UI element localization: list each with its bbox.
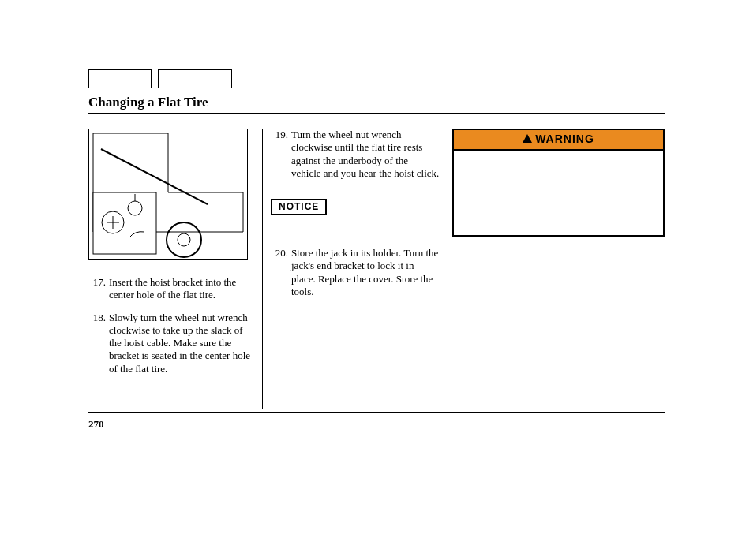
- header-box-1: [88, 69, 152, 88]
- steps-list-col2a: 19. Turn the wheel nut wrench clockwise …: [271, 129, 440, 180]
- step-number: 19.: [271, 129, 291, 180]
- step-number: 18.: [88, 312, 109, 375]
- svg-rect-4: [93, 192, 156, 254]
- manual-page: Changing a Flat Tire: [0, 0, 753, 560]
- column-2: 19. Turn the wheel nut wrench clockwise …: [262, 129, 440, 409]
- column-1: 17. Insert the hoist bracket into the ce…: [88, 129, 262, 409]
- illustration-svg: [89, 129, 247, 259]
- step-20: 20. Store the jack in its holder. Turn t…: [271, 247, 440, 298]
- header-box-2: [158, 69, 232, 88]
- warning-header: WARNING: [454, 130, 663, 151]
- step-18: 18. Slowly turn the wheel nut wrench clo…: [88, 312, 256, 375]
- page-number: 270: [88, 418, 104, 431]
- steps-list-col2b: 20. Store the jack in its holder. Turn t…: [271, 247, 440, 298]
- page-title: Changing a Flat Tire: [88, 95, 208, 110]
- step-number: 20.: [271, 247, 291, 298]
- step-text: Insert the hoist bracket into the center…: [109, 276, 256, 302]
- content-columns: 17. Insert the hoist bracket into the ce…: [88, 129, 665, 409]
- steps-list-col1: 17. Insert the hoist bracket into the ce…: [88, 276, 256, 375]
- step-text: Turn the wheel nut wrench clockwise unti…: [291, 129, 440, 180]
- svg-point-3: [178, 233, 190, 246]
- warning-triangle-icon: [523, 134, 532, 143]
- step-number: 17.: [88, 276, 109, 302]
- step-19: 19. Turn the wheel nut wrench clockwise …: [271, 129, 440, 180]
- rule-top: [88, 113, 665, 114]
- warning-box: WARNING: [452, 129, 665, 237]
- column-3: WARNING: [440, 129, 665, 409]
- svg-point-2: [167, 222, 201, 257]
- warning-label-text: WARNING: [535, 133, 594, 147]
- step-text: Store the jack in its holder. Turn the j…: [291, 247, 440, 298]
- warning-body: [454, 151, 663, 235]
- step-text: Slowly turn the wheel nut wrench clockwi…: [109, 312, 256, 375]
- notice-label: NOTICE: [271, 199, 327, 215]
- header-link-boxes: [88, 69, 232, 88]
- rule-bottom: [88, 412, 665, 413]
- step-17: 17. Insert the hoist bracket into the ce…: [88, 276, 256, 302]
- hoist-illustration: [88, 129, 248, 260]
